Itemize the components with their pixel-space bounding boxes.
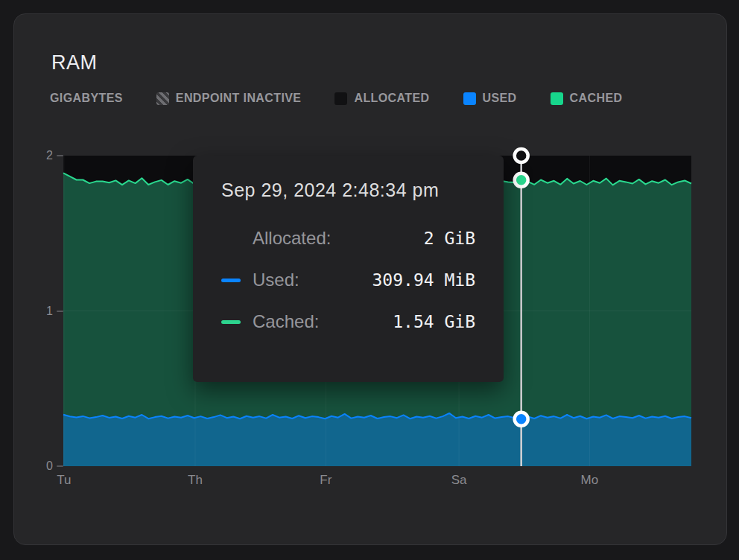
tooltip-row-allocated: Allocated:2 GiB <box>221 217 475 259</box>
allocated-swatch-icon <box>334 92 347 105</box>
tooltip-timestamp: Sep 29, 2024 2:48:34 pm <box>221 179 475 201</box>
legend-label: USED <box>483 92 517 105</box>
x-axis-tick-label: Mo <box>581 473 599 488</box>
tooltip-row-label: Allocated: <box>253 228 331 249</box>
used-swatch-icon <box>463 92 476 105</box>
allocated-point-marker <box>515 149 528 162</box>
tooltip-row-cached: Cached:1.54 GiB <box>221 301 475 343</box>
tooltip-row-label: Cached: <box>253 311 319 332</box>
used-dash-icon <box>221 279 241 282</box>
cached-dash-icon <box>221 320 241 324</box>
legend-item-allocated[interactable]: ALLOCATED <box>334 92 429 105</box>
y-axis-tick-label: 0 <box>46 459 53 473</box>
x-axis-tick-label: Sa <box>451 473 467 488</box>
stripes-swatch-icon <box>156 92 169 105</box>
y-axis-tick-label: 1 <box>46 305 53 318</box>
tooltip: Sep 29, 2024 2:48:34 pm Allocated:2 GiBU… <box>193 156 504 382</box>
x-axis-tick-label: Th <box>188 473 203 488</box>
legend: GIGABYTESENDPOINT INACTIVEALLOCATEDUSEDC… <box>50 92 622 105</box>
legend-item-endpoint-inactive[interactable]: ENDPOINT INACTIVE <box>156 92 302 105</box>
legend-label: ENDPOINT INACTIVE <box>176 92 302 105</box>
card-title: RAM <box>51 51 98 74</box>
cached-point-marker <box>515 174 528 187</box>
y-axis-tick: 0 <box>46 459 63 473</box>
ram-card: RAM GIGABYTESENDPOINT INACTIVEALLOCATEDU… <box>13 13 727 545</box>
tooltip-row-label: Used: <box>253 270 299 290</box>
y-axis-tick: 1 <box>46 305 63 318</box>
used-point-marker <box>515 413 528 426</box>
x-axis-tick-label: Fr <box>320 473 332 488</box>
y-axis-tick-label: 2 <box>46 149 53 162</box>
y-tick-dash <box>57 311 63 312</box>
x-axis-tick-label: Tu <box>57 473 71 488</box>
legend-item-gigabytes[interactable]: GIGABYTES <box>50 92 123 105</box>
legend-label: CACHED <box>570 92 623 105</box>
legend-item-used[interactable]: USED <box>463 92 517 105</box>
legend-item-cached[interactable]: CACHED <box>551 92 623 105</box>
tooltip-row-value: 2 GiB <box>331 229 475 248</box>
tooltip-row-used: Used:309.94 MiB <box>221 259 475 301</box>
legend-label: ALLOCATED <box>354 92 429 105</box>
y-tick-dash <box>57 155 63 156</box>
y-tick-dash <box>57 465 63 467</box>
tooltip-row-value: 1.54 GiB <box>319 312 475 331</box>
tooltip-row-value: 309.94 MiB <box>299 270 475 290</box>
ram-chart[interactable]: Sep 29, 2024 2:48:34 pm Allocated:2 GiBU… <box>63 156 691 466</box>
used-area <box>63 413 691 466</box>
y-axis-tick: 2 <box>46 149 63 162</box>
cached-swatch-icon <box>551 92 563 105</box>
legend-label: GIGABYTES <box>50 92 123 105</box>
allocated-dash-icon <box>221 237 241 241</box>
